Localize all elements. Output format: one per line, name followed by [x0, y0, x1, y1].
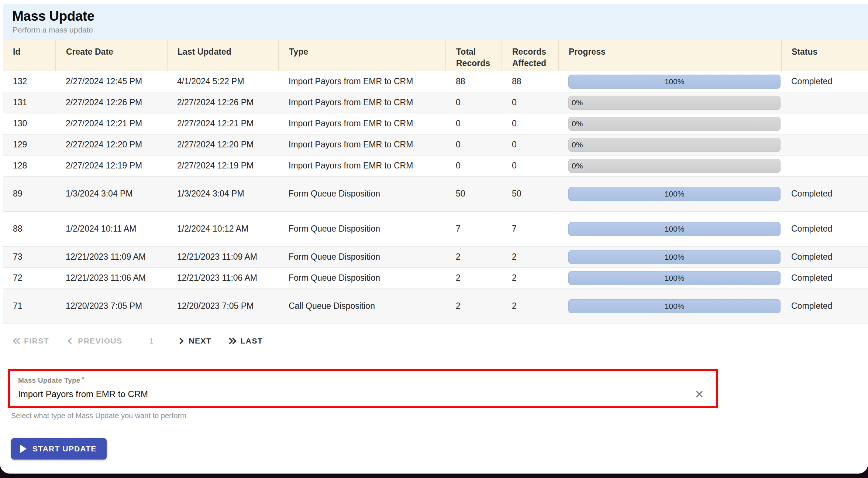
progress-bar: 0% [568, 96, 781, 110]
start-update-button[interactable]: START UPDATE [11, 438, 107, 460]
status-cell: Completed [781, 267, 868, 288]
progress-cell: 100% [558, 211, 781, 246]
page-subtitle: Perform a mass update [13, 26, 868, 34]
id-cell: 128 [3, 155, 56, 176]
progress-cell: 100% [558, 288, 781, 324]
play-icon [20, 444, 27, 453]
col-header-status: Status [781, 40, 868, 71]
status-cell: Completed [781, 246, 868, 267]
pagination-page-number[interactable]: 1 [149, 337, 154, 345]
status-cell: Completed [781, 211, 868, 246]
total-records-cell: 0 [446, 92, 502, 113]
type-cell: Import Payors from EMR to CRM [279, 113, 446, 134]
pagination: FIRSTPREVIOUS1NEXTLAST [12, 334, 868, 348]
progress-cell: 100% [558, 176, 781, 211]
status-cell: Completed [781, 288, 868, 324]
mass-update-type-field[interactable]: Mass Update Type* Import Payors from EMR… [8, 369, 718, 408]
progress-label: 100% [568, 222, 781, 236]
id-cell: 89 [3, 176, 56, 211]
pagination-next-button[interactable]: NEXT [177, 337, 211, 345]
total-records-cell: 88 [446, 71, 502, 92]
pagination-label: FIRST [24, 337, 49, 345]
progress-cell: 100% [558, 267, 781, 288]
chevron-left-icon [66, 337, 75, 345]
id-cell: 73 [3, 246, 56, 267]
page-header: Mass Update Perform a mass update [3, 4, 868, 40]
total-records-cell: 7 [446, 211, 502, 246]
col-header-type: Type [279, 40, 446, 71]
type-cell: Form Queue Disposition [279, 211, 446, 246]
pagination-first-button[interactable]: FIRST [12, 337, 49, 345]
table-header: Id Create Date Last Updated Type Total R… [3, 40, 868, 71]
mass-update-table: Id Create Date Last Updated Type Total R… [3, 40, 868, 324]
chevron-right-icon [177, 337, 185, 345]
last-updated-cell: 2/27/2024 12:19 PM [167, 155, 279, 176]
last-updated-cell: 12/21/2023 11:09 AM [167, 246, 279, 267]
progress-bar: 100% [568, 187, 781, 201]
records-affected-cell: 0 [502, 134, 558, 155]
records-affected-cell: 7 [502, 211, 558, 246]
progress-cell: 0% [558, 134, 781, 155]
create-date-cell: 1/3/2024 3:04 PM [56, 176, 167, 211]
progress-bar: 100% [568, 75, 781, 89]
id-cell: 132 [3, 71, 56, 92]
status-cell [781, 134, 868, 155]
table-row: 891/3/2024 3:04 PM1/3/2024 3:04 PMForm Q… [3, 176, 868, 211]
progress-label: 100% [568, 187, 781, 201]
create-date-cell: 2/27/2024 12:19 PM [56, 155, 167, 176]
status-cell [781, 155, 868, 176]
type-cell: Import Payors from EMR to CRM [279, 155, 446, 176]
double-chevron-left-icon [12, 337, 21, 345]
last-updated-cell: 2/27/2024 12:21 PM [167, 113, 279, 134]
col-header-id: Id [3, 40, 56, 71]
type-cell: Import Payors from EMR to CRM [279, 71, 446, 92]
records-affected-cell: 0 [502, 113, 558, 134]
total-records-cell: 0 [446, 113, 502, 134]
records-affected-cell: 0 [502, 92, 558, 113]
create-date-cell: 2/27/2024 12:45 PM [56, 71, 167, 92]
create-date-cell: 1/2/2024 10:11 AM [56, 211, 167, 246]
type-cell: Form Queue Disposition [279, 246, 446, 267]
page-title: Mass Update [12, 9, 868, 24]
create-date-cell: 2/27/2024 12:26 PM [56, 92, 167, 113]
records-affected-cell: 50 [502, 176, 558, 211]
records-affected-cell: 2 [502, 288, 558, 324]
last-updated-cell: 2/27/2024 12:20 PM [167, 134, 279, 155]
table-row: 1322/27/2024 12:45 PM4/1/2024 5:22 PMImp… [3, 71, 868, 92]
pagination-previous-button[interactable]: PREVIOUS [66, 337, 123, 345]
total-records-cell: 2 [446, 246, 502, 267]
last-updated-cell: 1/2/2024 10:12 AM [167, 211, 279, 246]
double-chevron-right-icon [228, 337, 237, 345]
progress-cell: 100% [558, 71, 781, 92]
col-header-progress: Progress [558, 40, 781, 71]
col-header-create-date: Create Date [56, 40, 167, 71]
pagination-label: NEXT [189, 337, 211, 345]
last-updated-cell: 4/1/2024 5:22 PM [167, 71, 279, 92]
type-cell: Import Payors from EMR to CRM [279, 92, 446, 113]
progress-bar: 100% [568, 271, 781, 285]
progress-label: 0% [568, 159, 781, 173]
col-header-total-records: Total Records [446, 40, 502, 71]
progress-label: 100% [568, 250, 781, 264]
progress-bar: 0% [568, 117, 781, 131]
total-records-cell: 0 [446, 155, 502, 176]
pagination-last-button[interactable]: LAST [228, 337, 263, 345]
id-cell: 129 [3, 134, 56, 155]
page: Mass Update Perform a mass update Id Cre… [0, 0, 868, 478]
col-header-records-affected: Records Affected [502, 40, 558, 71]
records-affected-cell: 2 [502, 267, 558, 288]
table-row: 7212/21/2023 11:06 AM12/21/2023 11:06 AM… [3, 267, 868, 288]
status-cell [781, 92, 868, 113]
content-panel: Mass Update Perform a mass update Id Cre… [0, 0, 868, 474]
status-cell: Completed [781, 176, 868, 211]
last-updated-cell: 1/3/2024 3:04 PM [167, 176, 279, 211]
create-date-cell: 12/20/2023 7:05 PM [56, 288, 167, 324]
table-row: 1302/27/2024 12:21 PM2/27/2024 12:21 PMI… [3, 113, 868, 134]
progress-label: 100% [568, 75, 781, 89]
table-row: 1312/27/2024 12:26 PM2/27/2024 12:26 PMI… [3, 92, 868, 113]
table-row: 1292/27/2024 12:20 PM2/27/2024 12:20 PMI… [3, 134, 868, 155]
total-records-cell: 2 [446, 288, 502, 324]
status-cell [781, 113, 868, 134]
type-cell: Import Payors from EMR to CRM [279, 134, 446, 155]
clear-icon[interactable] [694, 389, 705, 400]
